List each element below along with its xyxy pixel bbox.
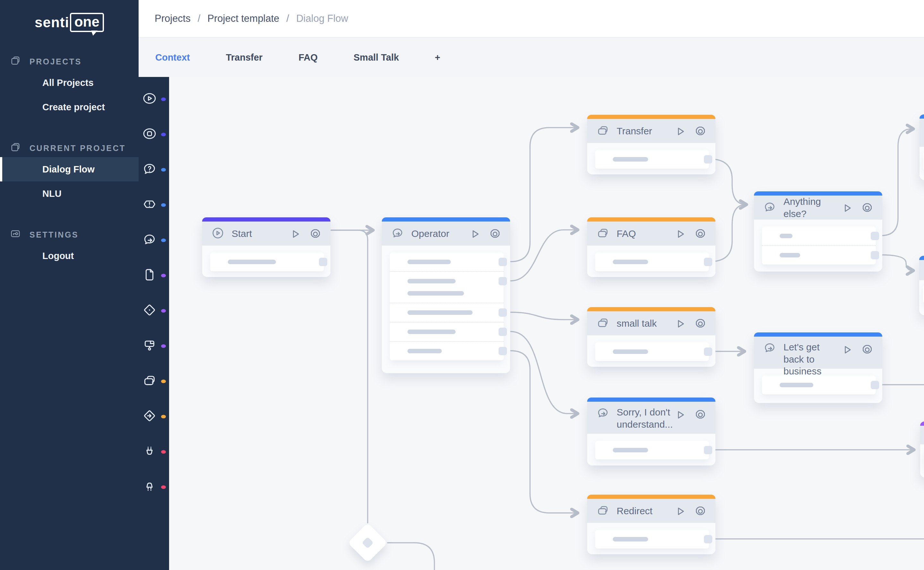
- flow-node-anything-else[interactable]: Anything else?: [754, 192, 882, 271]
- tab-faq[interactable]: FAQ: [298, 52, 318, 63]
- sidebar-item-dialog-flow[interactable]: Dialog Flow: [0, 157, 138, 181]
- sidebar: senti one PROJECTS All Projects Create p…: [0, 0, 138, 570]
- stop-oval-icon: [142, 126, 157, 142]
- palette-dot: [161, 309, 166, 313]
- stacked-blocks-icon: [596, 124, 610, 138]
- node-run-button[interactable]: [674, 228, 686, 241]
- palette-dot: [161, 203, 166, 207]
- palette-stacked-blocks[interactable]: [138, 363, 169, 399]
- output-handle[interactable]: [871, 381, 879, 389]
- tab-small-talk[interactable]: Small Talk: [354, 52, 399, 63]
- edge-anything-else-offscreen-mid: [881, 255, 913, 271]
- node-palette-rail: [138, 77, 169, 570]
- output-handle[interactable]: [498, 328, 507, 336]
- output-handle[interactable]: [871, 232, 879, 240]
- flow-node-partial-middle[interactable]: [919, 256, 924, 315]
- flow-node-partial-top[interactable]: [919, 115, 924, 180]
- plug-up-icon: [142, 444, 157, 460]
- palette-diamond-dot[interactable]: [138, 293, 169, 328]
- chat-arrow-icon: [596, 406, 610, 421]
- output-handle[interactable]: [498, 347, 507, 355]
- tab-add-button[interactable]: +: [435, 52, 440, 63]
- node-accent-bar: [587, 397, 715, 402]
- flow-node-operator[interactable]: Operator: [382, 218, 510, 373]
- tab-transfer[interactable]: Transfer: [226, 52, 263, 63]
- node-settings-button[interactable]: [693, 505, 707, 519]
- palette-chat-arrow[interactable]: [138, 222, 169, 258]
- breadcrumb-separator: /: [198, 13, 200, 25]
- output-handle[interactable]: [704, 348, 712, 356]
- output-handle[interactable]: [498, 277, 507, 285]
- sidebar-item-create-project[interactable]: Create project: [0, 95, 138, 119]
- output-handle[interactable]: [871, 251, 879, 259]
- breadcrumb-projects[interactable]: Projects: [155, 13, 191, 25]
- context-tabbar: Context Transfer FAQ Small Talk +: [138, 38, 924, 77]
- node-run-button[interactable]: [674, 318, 686, 331]
- palette-dot: [161, 415, 166, 418]
- node-run-button[interactable]: [674, 126, 686, 138]
- node-accent-bar: [587, 115, 715, 119]
- sentione-logo[interactable]: senti one: [0, 0, 138, 45]
- node-accent-bar: [587, 495, 715, 499]
- node-run-button[interactable]: [469, 228, 481, 241]
- output-handle[interactable]: [704, 258, 712, 266]
- flow-node-small-talk[interactable]: small talk: [587, 307, 715, 367]
- node-settings-button[interactable]: [693, 125, 707, 139]
- palette-alert-hexagon[interactable]: [138, 187, 169, 222]
- output-handle[interactable]: [498, 258, 507, 266]
- flow-node-partial-bottom[interactable]: [920, 421, 924, 478]
- output-handle[interactable]: [704, 535, 712, 543]
- sidebar-item-nlu[interactable]: NLU: [0, 181, 138, 206]
- sidebar-item-all-projects[interactable]: All Projects: [0, 70, 138, 95]
- node-run-button[interactable]: [674, 506, 686, 518]
- sidebar-item-logout[interactable]: Logout: [0, 244, 138, 268]
- node-accent-bar: [382, 218, 510, 222]
- palette-stop-oval[interactable]: [138, 117, 169, 152]
- node-accent-bar: [587, 307, 715, 311]
- node-settings-button[interactable]: [693, 317, 707, 332]
- palette-plug-up[interactable]: [138, 434, 169, 469]
- node-title: small talk: [617, 317, 657, 329]
- node-settings-button[interactable]: [309, 227, 322, 242]
- plug-down-icon: [142, 479, 157, 495]
- palette-document[interactable]: [138, 258, 169, 293]
- palette-diamond-arrow[interactable]: [138, 399, 169, 434]
- node-run-button[interactable]: [841, 202, 853, 215]
- node-settings-button[interactable]: [693, 227, 707, 242]
- palette-dot: [161, 380, 166, 383]
- palette-question-bubble[interactable]: [138, 152, 169, 187]
- decision-handle[interactable]: [362, 537, 374, 549]
- palette-play-oval[interactable]: [138, 81, 169, 117]
- output-handle[interactable]: [704, 155, 712, 164]
- output-handle[interactable]: [704, 446, 712, 454]
- node-settings-button[interactable]: [488, 227, 502, 242]
- output-handle[interactable]: [498, 308, 507, 317]
- node-settings-button[interactable]: [693, 408, 707, 423]
- breadcrumb-current-page: Dialog Flow: [296, 13, 348, 25]
- play-oval-icon: [142, 91, 157, 107]
- node-run-button[interactable]: [841, 344, 853, 357]
- breadcrumb-project-template[interactable]: Project template: [208, 13, 280, 25]
- palette-signpost[interactable]: [138, 328, 169, 363]
- flow-node-redirect[interactable]: Redirect: [587, 495, 715, 554]
- flow-canvas[interactable]: Start Operator: [169, 77, 924, 570]
- flow-node-lets-get-back[interactable]: Let's get back to business: [754, 332, 882, 403]
- node-run-button[interactable]: [674, 409, 686, 422]
- tab-context[interactable]: Context: [155, 52, 190, 63]
- output-handle[interactable]: [319, 258, 327, 266]
- flow-node-start[interactable]: Start: [202, 218, 331, 277]
- palette-plug-down[interactable]: [138, 469, 169, 505]
- node-accent-bar: [754, 192, 882, 196]
- edge-operator-redirect: [511, 351, 578, 513]
- node-title: Redirect: [617, 505, 653, 517]
- node-title: Anything else?: [784, 196, 831, 220]
- flow-node-sorry[interactable]: Sorry, I don't understand...: [587, 397, 715, 466]
- flow-node-faq[interactable]: FAQ: [587, 218, 715, 277]
- stacked-blocks-icon: [596, 226, 610, 241]
- node-settings-button[interactable]: [861, 201, 874, 216]
- edge-operator-smalltalk: [511, 312, 578, 320]
- node-run-button[interactable]: [289, 228, 301, 241]
- edge-operator-transfer: [511, 127, 578, 262]
- flow-node-transfer[interactable]: Transfer: [587, 115, 715, 175]
- node-settings-button[interactable]: [861, 343, 874, 358]
